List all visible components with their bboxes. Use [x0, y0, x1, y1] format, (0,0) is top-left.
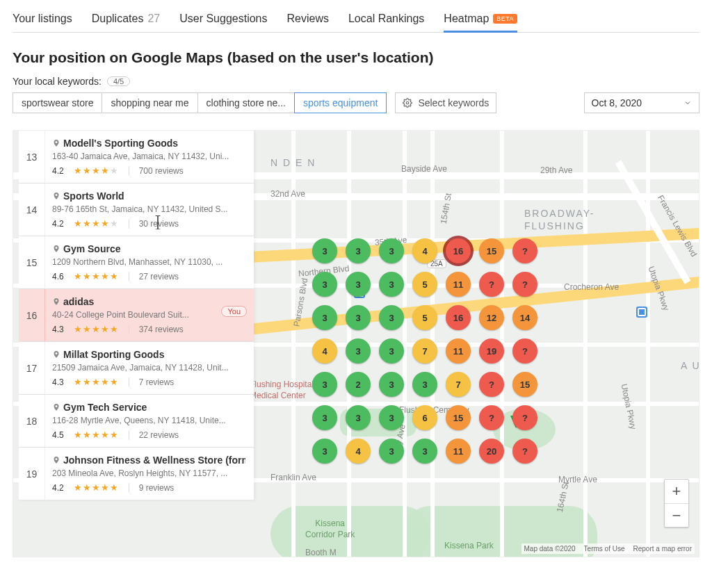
listing-reviews: 700 reviews — [139, 166, 184, 176]
listing-address: 89-76 165th St, Jamaica, NY 11432, Unite… — [52, 204, 245, 214]
heatmap-dot[interactable]: 3 — [312, 305, 337, 330]
heatmap-dot[interactable]: 3 — [412, 439, 437, 464]
heatmap-dot[interactable]: 3 — [379, 338, 404, 364]
tab-listings[interactable]: Your listings — [13, 13, 72, 25]
heatmap-dot[interactable]: 3 — [312, 439, 337, 464]
listing-card[interactable]: 18Gym Tech Service116-28 Myrtle Ave, Que… — [19, 395, 254, 448]
listing-card[interactable]: 19Johnson Fitness & Wellness Store (form… — [19, 448, 254, 500]
heatmap-dot[interactable]: 3 — [379, 238, 404, 263]
listing-rank: 14 — [19, 183, 45, 236]
heatmap-dot[interactable]: 6 — [412, 405, 437, 430]
zoom-in-button[interactable]: + — [665, 480, 688, 503]
listing-address: 21509 Jamaica Ave, Jamaica, NY 11428, Un… — [52, 363, 245, 373]
heatmap-dot[interactable]: ? — [512, 238, 537, 263]
heatmap-dot[interactable]: 11 — [446, 338, 471, 364]
listings-panel[interactable]: 13Modell's Sporting Goods163-40 Jamaica … — [19, 131, 254, 500]
date-picker[interactable]: Oct 8, 2020 — [584, 92, 699, 113]
listing-reviews: 30 reviews — [139, 219, 179, 229]
heatmap-dot[interactable]: ? — [512, 405, 537, 430]
heatmap-dot[interactable]: 7 — [446, 372, 471, 397]
heatmap-dot[interactable]: 12 — [479, 305, 504, 330]
svg-point-0 — [407, 101, 410, 104]
listing-rank: 15 — [19, 236, 45, 288]
tab-duplicates-label: Duplicates — [92, 13, 144, 25]
keyword-chip-0[interactable]: sportswear store — [13, 92, 102, 113]
map-terms-link[interactable]: Terms of Use — [584, 545, 625, 553]
listing-name: adidas — [52, 296, 245, 307]
heatmap-dot[interactable]: 3 — [346, 305, 371, 330]
heatmap-dot[interactable]: 15 — [479, 238, 504, 263]
heatmap-dot[interactable]: 19 — [479, 338, 504, 364]
map-container[interactable]: N D E N Bayside Ave 29th Ave 32nd Ave BR… — [13, 130, 699, 557]
heatmap-dot[interactable]: 2 — [346, 372, 371, 397]
listing-rating: 4.2 — [52, 219, 64, 229]
listing-reviews: 9 reviews — [139, 483, 175, 493]
heatmap-dot[interactable]: 4 — [312, 338, 337, 364]
keyword-chip-3[interactable]: sports equipment — [294, 92, 387, 113]
heatmap-dot[interactable]: 5 — [412, 305, 437, 330]
tab-reviews[interactable]: Reviews — [286, 13, 328, 25]
heatmap-dot[interactable]: 14 — [512, 305, 537, 330]
tab-duplicates[interactable]: Duplicates 27 — [92, 13, 161, 25]
gear-icon — [403, 98, 412, 108]
star-rating-icon: ★★★★★ — [74, 377, 119, 387]
zoom-out-button[interactable]: − — [665, 503, 688, 527]
listing-card[interactable]: 17Millat Sporting Goods21509 Jamaica Ave… — [19, 342, 254, 395]
heatmap-dot[interactable]: 16 — [446, 305, 471, 330]
heatmap-dot[interactable]: 15 — [512, 372, 537, 397]
tab-suggestions[interactable]: User Suggestions — [179, 13, 267, 25]
star-rating-icon: ★★★★★ — [74, 324, 119, 334]
heatmap-dot[interactable]: 4 — [346, 439, 371, 464]
heatmap-dot[interactable]: 11 — [446, 439, 471, 464]
heatmap-dot[interactable]: 3 — [412, 372, 437, 397]
heatmap-dot[interactable]: 7 — [412, 338, 437, 364]
heatmap-dot[interactable]: 3 — [379, 405, 404, 430]
heatmap-dot[interactable]: 3 — [346, 272, 371, 297]
heatmap-dot[interactable]: 3 — [312, 405, 337, 430]
pin-icon — [52, 402, 60, 412]
star-rating-icon: ★★★★★ — [74, 218, 119, 229]
heatmap-dot[interactable]: 3 — [312, 238, 337, 263]
listing-card[interactable]: 14Sports World89-76 165th St, Jamaica, N… — [19, 183, 254, 236]
heatmap-dot[interactable]: 4 — [412, 238, 437, 263]
listing-card[interactable]: 13Modell's Sporting Goods163-40 Jamaica … — [19, 131, 254, 183]
heatmap-dot[interactable]: ? — [479, 405, 504, 430]
listing-rating: 4.5 — [52, 430, 64, 440]
heatmap-dot[interactable]: 16 — [446, 238, 471, 263]
listing-card[interactable]: 15Gym Source1209 Northern Blvd, Manhasse… — [19, 236, 254, 289]
heatmap-dot[interactable]: 15 — [446, 405, 471, 430]
transit-icon — [636, 307, 647, 318]
heatmap-dot[interactable]: 20 — [479, 439, 504, 464]
listing-rating: 4.3 — [52, 325, 64, 334]
heatmap-dot[interactable]: 3 — [379, 305, 404, 330]
heatmap-dot[interactable]: 11 — [446, 272, 471, 297]
tab-rankings[interactable]: Local Rankings — [348, 13, 424, 25]
map-report-link[interactable]: Report a map error — [633, 545, 692, 553]
keyword-chip-2[interactable]: clothing store ne... — [197, 92, 295, 113]
listing-rating: 4.2 — [52, 166, 64, 176]
heatmap-dot[interactable]: ? — [512, 338, 537, 364]
heatmap-dot[interactable]: 3 — [312, 272, 337, 297]
map-data-attribution: Map data ©2020 — [524, 545, 576, 553]
heatmap-dot[interactable]: ? — [512, 439, 537, 464]
divider — [129, 483, 129, 493]
heatmap-dot[interactable]: 3 — [379, 439, 404, 464]
heatmap-dot[interactable]: ? — [479, 372, 504, 397]
listing-card[interactable]: 16Youadidas40-24 College Point Boulevard… — [19, 289, 254, 342]
pin-icon — [52, 244, 60, 254]
heatmap-dot[interactable]: 3 — [379, 272, 404, 297]
keyword-chip-1[interactable]: shopping near me — [102, 92, 197, 113]
heatmap-dot[interactable]: 5 — [412, 272, 437, 297]
star-rating-icon: ★★★★★ — [74, 430, 119, 440]
heatmap-dot[interactable]: ? — [479, 272, 504, 297]
listing-address: 116-28 Myrtle Ave, Queens, NY 11418, Uni… — [52, 416, 245, 425]
heatmap-dot[interactable]: 3 — [346, 238, 371, 263]
tab-heatmap[interactable]: Heatmap BETA — [444, 13, 517, 25]
heatmap-dot[interactable]: 3 — [346, 338, 371, 364]
heatmap-dot[interactable]: 3 — [379, 372, 404, 397]
select-keywords-button[interactable]: Select keywords — [395, 92, 496, 113]
heatmap-dot[interactable]: 3 — [312, 372, 337, 397]
heatmap-dot[interactable]: ? — [512, 272, 537, 297]
top-tabs: Your listings Duplicates 27 User Suggest… — [13, 13, 699, 33]
heatmap-dot[interactable]: 3 — [346, 405, 371, 430]
